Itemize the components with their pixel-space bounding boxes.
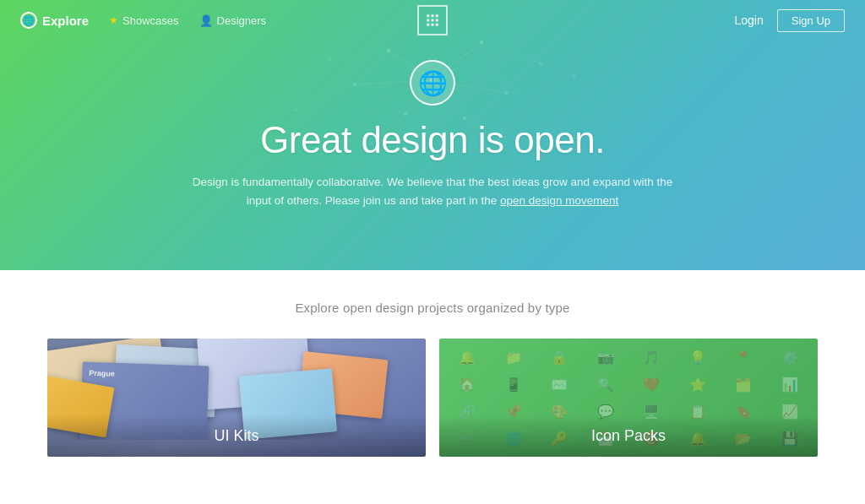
showcases-label: Showcases [122, 14, 178, 27]
svg-line-28 [329, 51, 389, 59]
icon-cell: 📍 [722, 345, 765, 369]
explore-label: Explore [42, 14, 89, 28]
navbar: 🌐 Explore ★ Showcases 👤 Designers [0, 0, 865, 41]
logo-icon [425, 13, 440, 28]
svg-rect-8 [436, 24, 438, 26]
svg-rect-4 [432, 19, 434, 22]
nav-logo[interactable] [417, 5, 448, 35]
hero-title: Great design is open. [179, 119, 686, 161]
hero-globe-icon: 🌐 [410, 60, 455, 106]
hero-section: 🌐 Great design is open. Design is fundam… [0, 0, 865, 270]
icon-cell: 🔒 [538, 345, 581, 369]
svg-rect-0 [427, 14, 429, 17]
showcases-nav-item[interactable]: ★ Showcases [109, 14, 178, 27]
nav-right: Login Sign Up [734, 9, 845, 32]
logo-box[interactable] [417, 5, 448, 35]
svg-rect-2 [436, 14, 438, 17]
icon-cell: 📊 [769, 372, 812, 396]
iconpacks-label: Icon Packs [439, 419, 818, 457]
icon-cell: ❤️ [630, 372, 673, 396]
section-title: Explore open design projects organized b… [0, 301, 865, 315]
iconpacks-card[interactable]: 🔔 📁 🔒 📷 🎵 💡 📍 ⚙️ 🏠 📱 ✉️ 🔍 ❤️ ⭐ 🗂️ 📊 [439, 339, 818, 457]
icon-cell: 📷 [585, 345, 628, 369]
icon-cell: 📁 [492, 345, 536, 369]
main-content: Explore open design projects organized b… [0, 270, 865, 457]
cards-grid: Prague UI Kits 🔔 📁 🔒 📷 🎵 💡 📍 [0, 339, 865, 457]
designers-label: Designers [217, 14, 267, 27]
icon-cell: ⭐ [677, 372, 720, 396]
svg-rect-3 [427, 19, 429, 22]
explore-nav-item[interactable]: 🌐 Explore [20, 12, 89, 29]
icon-cell: ✉️ [538, 372, 581, 396]
globe-icon: 🌐 [20, 12, 37, 29]
person-icon: 👤 [199, 14, 213, 27]
icon-cell: 📱 [492, 372, 536, 396]
svg-rect-7 [432, 24, 434, 26]
icon-cell: 💡 [677, 345, 720, 369]
nav-left: 🌐 Explore ★ Showcases 👤 Designers [20, 12, 266, 29]
designers-nav-item[interactable]: 👤 Designers [199, 14, 267, 27]
icon-cell: 🎵 [630, 345, 673, 369]
svg-rect-6 [427, 24, 429, 26]
login-button[interactable]: Login [734, 14, 763, 27]
icon-cell: ⚙️ [769, 345, 812, 369]
svg-rect-5 [436, 19, 438, 22]
open-design-link[interactable]: open design movement [500, 194, 618, 207]
icon-cell: 🗂️ [722, 372, 765, 396]
hero-content: 🌐 Great design is open. Design is fundam… [162, 60, 703, 209]
hero-subtitle: Design is fundamentally collaborative. W… [179, 173, 686, 209]
svg-rect-1 [432, 14, 434, 17]
signup-button[interactable]: Sign Up [777, 9, 845, 32]
icon-cell: 🔔 [446, 345, 489, 369]
icon-cell: 🔍 [585, 372, 628, 396]
uikits-card[interactable]: Prague UI Kits [47, 339, 426, 457]
star-icon: ★ [109, 14, 118, 26]
icon-cell: 🏠 [446, 372, 489, 396]
uikits-label: UI Kits [47, 419, 426, 457]
